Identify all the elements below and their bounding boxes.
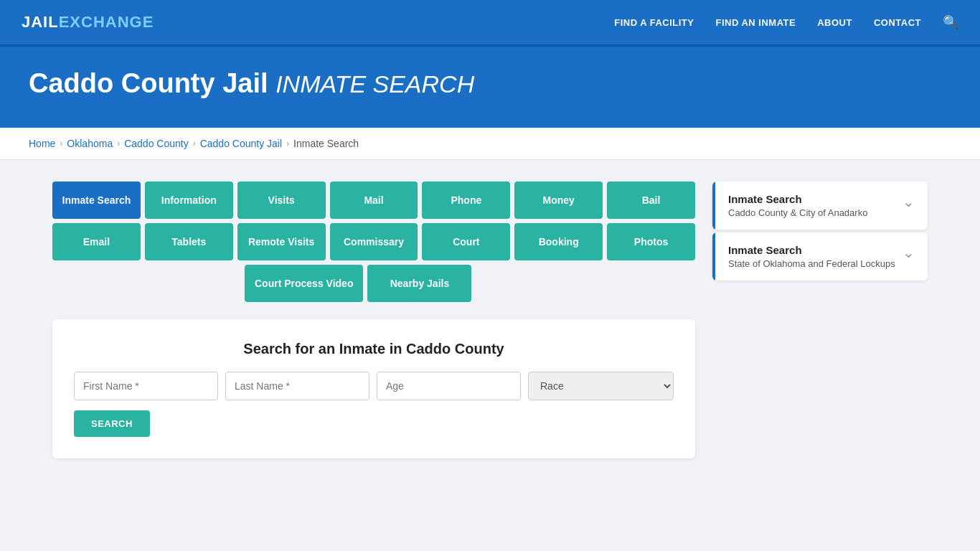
- site-logo[interactable]: JAILEXCHANGE: [22, 13, 154, 32]
- hero-title-italic: INMATE SEARCH: [275, 70, 474, 98]
- breadcrumb-current: Inmate Search: [293, 138, 359, 149]
- btn-booking[interactable]: Booking: [514, 223, 603, 260]
- btn-remote-visits[interactable]: Remote Visits: [237, 223, 326, 260]
- last-name-input[interactable]: [225, 372, 369, 400]
- search-button[interactable]: SEARCH: [74, 410, 150, 437]
- age-input[interactable]: [377, 372, 521, 400]
- button-row-3: Court Process Video Nearby Jails: [52, 265, 695, 302]
- breadcrumb-sep-2: ›: [117, 138, 120, 149]
- breadcrumb-caddo-county-jail[interactable]: Caddo County Jail: [200, 138, 282, 149]
- breadcrumb-sep-1: ›: [60, 138, 62, 149]
- search-fields: Race White Black Hispanic Asian Other: [74, 372, 674, 400]
- sidebar-card-caddo-header[interactable]: Inmate Search Caddo County & City of Ana…: [712, 182, 928, 230]
- btn-money[interactable]: Money: [514, 182, 603, 219]
- btn-visits[interactable]: Visits: [237, 182, 326, 219]
- btn-email[interactable]: Email: [52, 223, 141, 260]
- sidebar-card-caddo-subtitle: Caddo County & City of Anadarko: [728, 207, 867, 218]
- search-icon[interactable]: 🔍: [943, 14, 958, 30]
- btn-photos[interactable]: Photos: [607, 223, 695, 260]
- nav-about[interactable]: ABOUT: [817, 17, 852, 28]
- content-area: Inmate Search Information Visits Mail Ph…: [52, 182, 695, 458]
- main-wrapper: Inmate Search Information Visits Mail Ph…: [31, 160, 949, 480]
- chevron-down-icon-2: ⌄: [903, 244, 915, 261]
- breadcrumb-sep-3: ›: [193, 138, 196, 149]
- btn-commissary[interactable]: Commissary: [330, 223, 418, 260]
- btn-phone[interactable]: Phone: [422, 182, 510, 219]
- btn-inmate-search[interactable]: Inmate Search: [52, 182, 141, 219]
- breadcrumb-bar: Home › Oklahoma › Caddo County › Caddo C…: [0, 128, 980, 160]
- btn-information[interactable]: Information: [145, 182, 233, 219]
- hero-banner: Caddo County Jail INMATE SEARCH: [0, 47, 980, 128]
- button-row-1: Inmate Search Information Visits Mail Ph…: [52, 182, 695, 219]
- first-name-input[interactable]: [74, 372, 218, 400]
- breadcrumb-home[interactable]: Home: [29, 138, 55, 149]
- nav-find-facility[interactable]: FIND A FACILITY: [614, 17, 694, 28]
- chevron-down-icon: ⌄: [903, 193, 915, 210]
- btn-court-process-video[interactable]: Court Process Video: [245, 265, 363, 302]
- sidebar-card-oklahoma: Inmate Search State of Oklahoma and Fede…: [712, 232, 928, 281]
- hero-title-main: Caddo County Jail: [29, 68, 268, 98]
- breadcrumb-oklahoma[interactable]: Oklahoma: [67, 138, 113, 149]
- sidebar-card-oklahoma-title: Inmate Search: [728, 244, 895, 256]
- sidebar-card-oklahoma-header[interactable]: Inmate Search State of Oklahoma and Fede…: [712, 232, 928, 281]
- button-row-2: Email Tablets Remote Visits Commissary C…: [52, 223, 695, 260]
- sidebar-card-oklahoma-subtitle: State of Oklahoma and Federal Lockups: [728, 258, 895, 269]
- btn-nearby-jails[interactable]: Nearby Jails: [367, 265, 471, 302]
- race-select[interactable]: Race White Black Hispanic Asian Other: [528, 372, 674, 400]
- sidebar-card-caddo: Inmate Search Caddo County & City of Ana…: [712, 182, 928, 230]
- btn-bail[interactable]: Bail: [607, 182, 695, 219]
- search-form: Search for an Inmate in Caddo County Rac…: [52, 319, 695, 458]
- navbar: JAILEXCHANGE FIND A FACILITY FIND AN INM…: [0, 0, 980, 47]
- sidebar: Inmate Search Caddo County & City of Ana…: [712, 182, 928, 283]
- nav-links: FIND A FACILITY FIND AN INMATE ABOUT CON…: [614, 14, 958, 30]
- breadcrumb-sep-4: ›: [286, 138, 289, 149]
- btn-tablets[interactable]: Tablets: [145, 223, 233, 260]
- logo-exchange-text: EXCHANGE: [59, 13, 154, 32]
- nav-contact[interactable]: CONTACT: [874, 17, 921, 28]
- btn-mail[interactable]: Mail: [330, 182, 418, 219]
- btn-court[interactable]: Court: [422, 223, 510, 260]
- page-title: Caddo County Jail INMATE SEARCH: [29, 68, 951, 99]
- breadcrumb-caddo-county[interactable]: Caddo County: [124, 138, 189, 149]
- search-form-title: Search for an Inmate in Caddo County: [74, 341, 674, 357]
- logo-jail-text: JAIL: [22, 13, 59, 32]
- nav-find-inmate[interactable]: FIND AN INMATE: [715, 17, 796, 28]
- sidebar-card-caddo-title: Inmate Search: [728, 193, 867, 205]
- breadcrumb: Home › Oklahoma › Caddo County › Caddo C…: [29, 138, 951, 149]
